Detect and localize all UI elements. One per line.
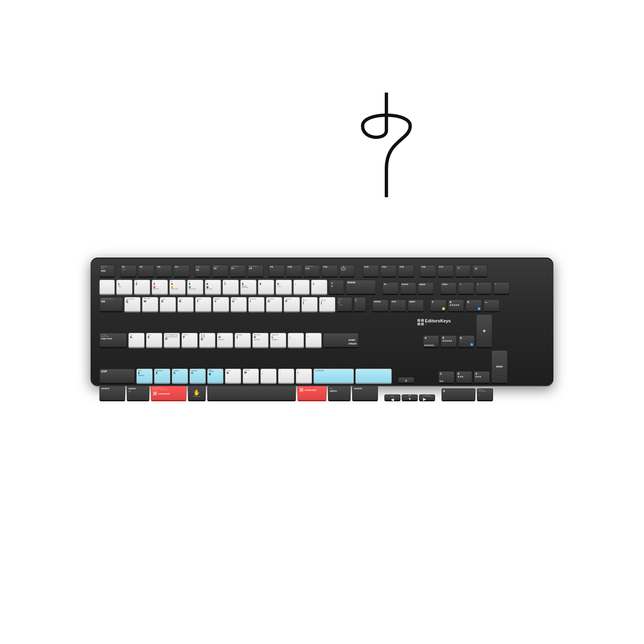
key-f7[interactable]: Left Panels F7 — [230, 265, 246, 278]
key-arrow-up[interactable]: ▲ — [398, 377, 414, 384]
key-4[interactable]: $ 4 Yellow Label — [169, 280, 186, 295]
key-f[interactable]: Full Scr. F — [182, 333, 198, 348]
key-num2[interactable]: 2 — [456, 371, 472, 384]
key-f5[interactable]: ModulePicker F5 — [194, 265, 211, 278]
key-period[interactable]: > . — [278, 369, 294, 384]
key-d[interactable]: D — [164, 333, 180, 348]
key-v[interactable]: Grayscale V — [190, 369, 206, 384]
key-y[interactable]: Bef&Aft Y — [213, 297, 229, 312]
key-i[interactable]: Cycle Info I — [248, 297, 264, 312]
key-num8[interactable]: 8 — [448, 299, 464, 312]
key-home[interactable]: home — [400, 282, 416, 295]
key-8[interactable]: * 8 RemoveStar Rating — [240, 280, 256, 295]
key-f9[interactable]: F9 — [268, 265, 285, 278]
key-backslash[interactable]: ReturnHigh \ + Brush — [337, 297, 352, 312]
key-5[interactable]: % 5 Green Label — [187, 280, 203, 295]
key-shift-left[interactable]: shift — [99, 369, 135, 384]
key-t[interactable]: Toolbar T — [195, 297, 211, 312]
key-m[interactable]: Grid, Filter M — [243, 369, 259, 384]
key-s[interactable]: Save S — [146, 333, 162, 348]
key-power[interactable]: ⏻ — [339, 265, 355, 278]
key-o[interactable]: Crop Grid O — [266, 297, 282, 312]
key-f2[interactable]: F2 — [138, 265, 154, 278]
key-shift-right[interactable]: Local Adj, A/B — [314, 369, 354, 384]
key-num5[interactable]: 5 — [441, 335, 457, 348]
key-6[interactable]: ^ 6 Blue Label — [205, 280, 221, 295]
key-delete-fwd[interactable]: delete — [372, 299, 388, 312]
key-f17[interactable]: F17 — [438, 265, 454, 278]
key-b[interactable]: QuickCollection B — [207, 369, 223, 384]
key-z[interactable]: Zoom Z Flag Reject — [136, 369, 153, 384]
key-p[interactable]: Flag Pick P — [284, 297, 300, 312]
key-l[interactable]: Lights Out L Light Mode — [270, 333, 286, 348]
key-f1[interactable]: F1 undo — [120, 265, 136, 278]
key-num3[interactable]: 3 — [474, 371, 490, 384]
key-numpad-multiply[interactable]: * — [493, 282, 510, 295]
key-esc[interactable]: Filmstrip/Help esc — [99, 265, 115, 278]
key-end[interactable]: end — [390, 299, 406, 312]
key-backtick[interactable]: ~ ` — [99, 280, 115, 295]
key-numpad-plus[interactable]: + — [476, 314, 492, 348]
key-num4[interactable]: 4 — [423, 335, 439, 348]
key-f3[interactable]: F3 — [156, 265, 172, 278]
key-quote[interactable]: " ' — [305, 333, 322, 348]
key-c[interactable]: Compare C — [172, 369, 188, 384]
key-command-right[interactable]: ⌘ command — [297, 386, 326, 401]
key-bracket-right[interactable]: }+ Brush ] — [319, 297, 335, 312]
key-lightblue-wide[interactable] — [355, 369, 392, 384]
key-f10[interactable]: F10 — [286, 265, 302, 278]
key-num-decimal[interactable]: RemoveStar Rating . — [477, 388, 493, 401]
key-arrow-down[interactable]: NextSlide ▼ — [402, 394, 418, 401]
key-enter[interactable]: enterreturn — [323, 333, 359, 348]
key-control-right[interactable]: control — [352, 386, 378, 401]
key-semicolon[interactable]: : ; — [288, 333, 304, 348]
key-g[interactable]: G — [199, 333, 215, 348]
key-tab[interactable]: Toggle Side Panels tab — [99, 297, 123, 312]
key-1[interactable]: ! 1 Help — [116, 280, 132, 295]
key-f16[interactable]: F16 — [420, 265, 436, 278]
key-numpad-minus[interactable]: − — [483, 299, 500, 312]
key-bracket-left[interactable]: {Brush- [ — [301, 297, 318, 312]
key-f6[interactable]: Filmstrip F6 — [212, 265, 228, 278]
key-2[interactable]: @ 2 — [134, 280, 150, 295]
key-f4[interactable]: F4 — [173, 265, 190, 278]
key-equals[interactable]: + = — [311, 280, 327, 295]
key-pgup[interactable]: pgup — [418, 282, 434, 295]
key-numpad-equals[interactable]: = — [458, 282, 474, 295]
key-f13[interactable]: F13 — [363, 265, 379, 278]
key-delete[interactable]: delete — [346, 280, 376, 295]
key-j[interactable]: Clip Warn J — [235, 333, 251, 348]
key-num6[interactable]: 6 — [458, 335, 475, 348]
key-num0[interactable]: 0 — [442, 388, 475, 401]
key-num7[interactable]: 7 — [430, 299, 446, 312]
key-0[interactable]: ) 0 + Grid — [276, 280, 292, 295]
key-n[interactable]: Survey N — [225, 369, 241, 384]
key-a[interactable]: Left A — [128, 333, 144, 348]
key-q[interactable]: Spot Remove Q — [124, 297, 140, 312]
key-option-right[interactable]: alt option — [328, 386, 351, 401]
key-f15[interactable]: F15 — [398, 265, 414, 278]
key-movezoom[interactable]: ✋ MoveZoom — [188, 386, 206, 401]
key-control-left[interactable]: control — [99, 386, 125, 401]
key-k[interactable]: Adj. Brush K Light Mode — [252, 333, 268, 348]
key-u[interactable]: Unflag U — [231, 297, 247, 312]
key-comma[interactable]: < , — [260, 369, 277, 384]
key-numpad-clear[interactable]: clear — [440, 282, 456, 295]
key-arrow-left[interactable]: PrevSlide ◀ — [384, 394, 400, 401]
key-minus[interactable]: _ - — [293, 280, 310, 295]
key-capslock[interactable]: ConstrainAspect Ratio caps lock — [99, 333, 127, 348]
key-3[interactable]: # 3 Red Label — [152, 280, 168, 295]
key-numpad-enter[interactable]: enter — [491, 350, 508, 384]
key-brightness-up[interactable]: ☀ — [472, 265, 487, 278]
key-num9[interactable]: 9 — [466, 299, 482, 312]
key-f12[interactable]: F12 — [322, 265, 338, 278]
key-9[interactable]: ( 9 — [258, 280, 274, 295]
key-slash[interactable]: ? / — [296, 369, 312, 384]
key-f8[interactable]: Right Panels F8 — [248, 265, 264, 278]
key-space[interactable] — [207, 386, 296, 401]
key-h[interactable]: H H Adj. Brush — [217, 333, 233, 348]
key-7[interactable]: & 7 — [223, 280, 239, 295]
key-arrow-right[interactable]: RemoveStar Rating ▶ — [419, 394, 435, 401]
key-pgdn[interactable]: pgdn — [408, 299, 424, 312]
key-command-left[interactable]: Compatible withAdobe® Lightroom® ⌘ comma… — [151, 386, 186, 401]
